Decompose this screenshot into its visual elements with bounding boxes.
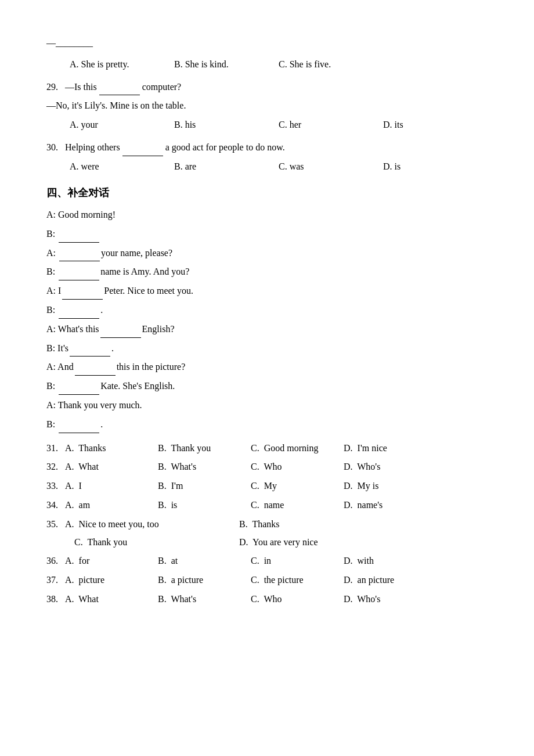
q37-row: 37. A. picture B. a picture C. the pictu… <box>46 572 488 589</box>
q31-row: 31. A. Thanks B. Thank you C. Good morni… <box>46 440 488 457</box>
dialog-a1: A: Good morning! <box>46 207 488 224</box>
q29-option-b: B. his <box>174 117 279 134</box>
dialog-b6: B: . <box>46 416 488 433</box>
q38-option-b: B. What's <box>158 591 251 608</box>
q32-option-c: C. Who <box>251 459 344 476</box>
q29-answer: —No, it's Lily's. Mine is on the table. <box>46 98 488 114</box>
q30-option-c: C. was <box>279 159 383 175</box>
q36-row: 36. A. for B. at C. in D. with <box>46 553 488 570</box>
q36-option-a: A. for <box>65 553 158 570</box>
q36-options: A. for B. at C. in D. with <box>65 553 488 570</box>
q31-option-d: D. I'm nice <box>344 440 436 457</box>
q31-option-a: A. Thanks <box>65 440 158 457</box>
q37-option-d: D. an picture <box>344 572 436 589</box>
q35-option-b: B. Thanks <box>239 516 378 533</box>
q38-options: A. What B. What's C. Who D. Who's <box>65 591 488 608</box>
q35-option-a: A. Nice to meet you, too <box>65 516 239 533</box>
q31-option-b: B. Thank you <box>158 440 251 457</box>
q36-option-c: C. in <box>251 553 344 570</box>
q28-options: A. She is pretty. B. She is kind. C. She… <box>46 56 488 73</box>
q31-options: A. Thanks B. Thank you C. Good morning D… <box>65 440 488 457</box>
top-line: —________ <box>46 35 488 52</box>
q34-options: A. am B. is C. name D. name's <box>65 497 488 514</box>
q30-options: A. were B. are C. was D. is <box>46 159 488 175</box>
q35-options: A. Nice to meet you, too B. Thanks C. Th… <box>65 516 488 551</box>
q38-option-d: D. Who's <box>344 591 436 608</box>
q37-options: A. picture B. a picture C. the picture D… <box>65 572 488 589</box>
dialog-b4: B: It's. <box>46 340 488 357</box>
dialog-b5: B: Kate. She's English. <box>46 378 488 395</box>
q30-option-b: B. are <box>174 159 279 175</box>
dialog-a4: A: What's thisEnglish? <box>46 321 488 338</box>
q32-option-a: A. What <box>65 459 158 476</box>
q38-option-c: C. Who <box>251 591 344 608</box>
q28-option-b: B. She is kind. <box>174 56 279 73</box>
dialog-b1: B: <box>46 226 488 243</box>
dialog-b2: B: name is Amy. And you? <box>46 264 488 280</box>
q32-options: A. What B. What's C. Who D. Who's <box>65 459 488 476</box>
q32-row: 32. A. What B. What's C. Who D. Who's <box>46 459 488 476</box>
q30-option-d: D. is <box>383 159 488 175</box>
q28-option-c: C. She is five. <box>279 56 383 73</box>
q36-option-d: D. with <box>344 553 436 570</box>
q28-option-a: A. She is pretty. <box>70 56 174 73</box>
q29-blank <box>99 84 140 95</box>
section4-title: 四、补全对话 <box>46 183 488 202</box>
q36-option-b: B. at <box>158 553 251 570</box>
dialog-b3: B: . <box>46 302 488 319</box>
dialog-a6: A: Thank you very much. <box>46 397 488 414</box>
dialog-a5: A: Andthis in the picture? <box>46 359 488 376</box>
q33-option-d: D. My is <box>344 478 436 495</box>
q31-option-c: C. Good morning <box>251 440 344 457</box>
q29-options: A. your B. his C. her D. its <box>46 117 488 134</box>
q33-option-c: C. My <box>251 478 344 495</box>
q32-option-d: D. Who's <box>344 459 436 476</box>
q35-option-c: C. Thank you <box>65 534 239 551</box>
q29-option-d: D. its <box>383 117 488 134</box>
q37-option-a: A. picture <box>65 572 158 589</box>
q35-option-d: D. You are very nice <box>239 534 318 551</box>
q33-option-a: A. I <box>65 478 158 495</box>
q38-option-a: A. What <box>65 591 158 608</box>
q35-row: 35. A. Nice to meet you, too B. Thanks C… <box>46 516 488 551</box>
q30-question: 30. Helping others a good act for people… <box>46 139 488 156</box>
q33-options: A. I B. I'm C. My D. My is <box>65 478 488 495</box>
q29-question: 29. —Is this computer? <box>46 79 488 96</box>
q34-option-c: C. name <box>251 497 344 514</box>
dialog-a2: A: your name, please? <box>46 245 488 262</box>
q33-option-b: B. I'm <box>158 478 251 495</box>
q37-option-c: C. the picture <box>251 572 344 589</box>
q30-blank <box>122 145 163 156</box>
q34-option-a: A. am <box>65 497 158 514</box>
dialog-a3: A: IPeter. Nice to meet you. <box>46 283 488 300</box>
q34-option-b: B. is <box>158 497 251 514</box>
q30-option-a: A. were <box>70 159 174 175</box>
q38-row: 38. A. What B. What's C. Who D. Who's <box>46 591 488 608</box>
q33-row: 33. A. I B. I'm C. My D. My is <box>46 478 488 495</box>
q34-option-d: D. name's <box>344 497 436 514</box>
q37-option-b: B. a picture <box>158 572 251 589</box>
q29-option-a: A. your <box>70 117 174 134</box>
q32-option-b: B. What's <box>158 459 251 476</box>
q29-option-c: C. her <box>279 117 383 134</box>
q34-row: 34. A. am B. is C. name D. name's <box>46 497 488 514</box>
